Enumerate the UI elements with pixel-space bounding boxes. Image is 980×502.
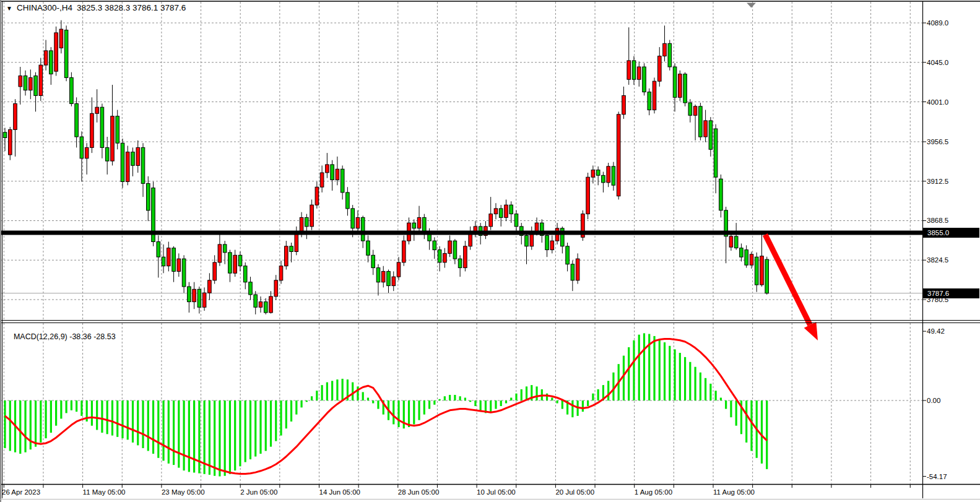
- trend-arrow[interactable]: [765, 235, 818, 340]
- macd-indicator-label: MACD(12,26,9) -38.36 -28.53: [5, 324, 116, 350]
- symbol-dropdown-icon[interactable]: ▼: [6, 6, 12, 12]
- macd-axis-label: 0.00: [927, 396, 940, 405]
- date-label: 1 Aug 05:00: [635, 488, 672, 496]
- date-label: 28 Jun 05:00: [398, 488, 440, 496]
- price-axis-label: 4045.0: [927, 58, 948, 67]
- date-label: 11 May 05:00: [83, 488, 126, 496]
- chart-shift-marker-icon[interactable]: [747, 3, 756, 8]
- macd-axis-label: 49.42: [927, 327, 945, 335]
- price-axis-label: 4089.0: [927, 19, 948, 27]
- price-badge: 3855.0: [923, 228, 979, 238]
- price-axis-label: 3868.5: [927, 216, 948, 225]
- ohlc-values: 3825.3 3828.3 3786.1 3787.6: [77, 3, 186, 12]
- chart-canvas[interactable]: [0, 0, 980, 502]
- date-label: 10 Jul 05:00: [477, 488, 516, 496]
- date-label: 26 Apr 2023: [2, 488, 40, 496]
- macd-values: -38.36 -28.53: [69, 332, 115, 341]
- macd-name: MACD(12,26,9): [14, 332, 67, 341]
- price-axis-label: 3956.5: [927, 137, 948, 146]
- price-badge: 3787.6: [923, 288, 979, 298]
- price-axis-label: 4001.0: [927, 98, 948, 106]
- date-label: 20 Jul 05:00: [555, 488, 594, 496]
- mt4-chart-window: ▼CHINA300-,H43825.3 3828.3 3786.1 3787.6…: [0, 0, 980, 502]
- macd-axis-label: -54.17: [927, 472, 947, 481]
- date-label: 14 Jun 05:00: [319, 488, 361, 496]
- date-label: 2 Jun 05:00: [240, 488, 277, 496]
- date-label: 11 Aug 05:00: [713, 488, 755, 496]
- price-axis-label: 3824.5: [927, 256, 948, 264]
- price-axis-label: 3912.5: [927, 177, 948, 186]
- chart-title: ▼CHINA300-,H43825.3 3828.3 3786.1 3787.6: [6, 3, 186, 12]
- date-label: 23 May 05:00: [162, 488, 205, 496]
- symbol-period-label: CHINA300-,H4: [17, 3, 72, 12]
